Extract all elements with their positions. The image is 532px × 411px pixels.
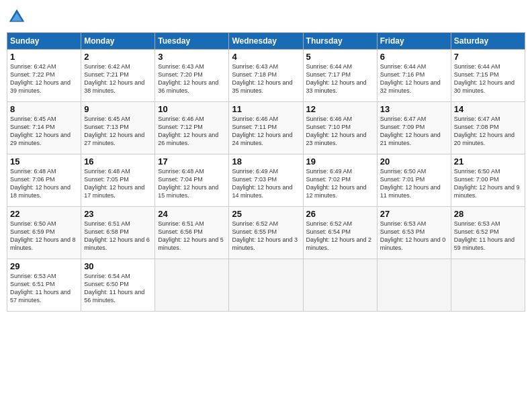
day-number: 21	[454, 156, 522, 167]
day-info: Sunrise: 6:52 AMSunset: 6:54 PMDaylight:…	[306, 220, 374, 253]
day-number: 7	[454, 52, 522, 62]
page-header	[7, 7, 525, 27]
day-info: Sunrise: 6:51 AMSunset: 6:58 PMDaylight:…	[84, 220, 152, 253]
day-info: Sunrise: 6:51 AMSunset: 6:56 PMDaylight:…	[158, 220, 226, 253]
calendar-cell: 18Sunrise: 6:49 AMSunset: 7:03 PMDayligh…	[229, 154, 303, 207]
calendar-cell: 23Sunrise: 6:51 AMSunset: 6:58 PMDayligh…	[81, 207, 155, 259]
calendar-cell: 24Sunrise: 6:51 AMSunset: 6:56 PMDayligh…	[155, 207, 229, 259]
calendar-table: SundayMondayTuesdayWednesdayThursdayFrid…	[7, 32, 525, 312]
calendar-cell: 17Sunrise: 6:48 AMSunset: 7:04 PMDayligh…	[155, 154, 229, 207]
day-number: 25	[232, 209, 300, 219]
day-info: Sunrise: 6:52 AMSunset: 6:55 PMDaylight:…	[232, 220, 300, 253]
day-number: 5	[306, 52, 374, 62]
calendar-cell: 25Sunrise: 6:52 AMSunset: 6:55 PMDayligh…	[229, 207, 303, 259]
day-info: Sunrise: 6:50 AMSunset: 7:01 PMDaylight:…	[380, 167, 448, 200]
day-info: Sunrise: 6:47 AMSunset: 7:09 PMDaylight:…	[380, 115, 448, 148]
day-number: 13	[380, 104, 448, 114]
calendar-cell: 9Sunrise: 6:45 AMSunset: 7:13 PMDaylight…	[81, 102, 155, 154]
calendar-cell: 11Sunrise: 6:46 AMSunset: 7:11 PMDayligh…	[229, 102, 303, 154]
day-number: 2	[84, 52, 152, 62]
day-info: Sunrise: 6:45 AMSunset: 7:13 PMDaylight:…	[84, 115, 152, 148]
day-number: 4	[232, 52, 300, 62]
logo-icon	[7, 7, 27, 27]
day-number: 3	[158, 52, 226, 62]
day-number: 29	[10, 261, 78, 271]
col-header-thursday: Thursday	[303, 33, 377, 50]
day-number: 14	[454, 104, 522, 114]
day-info: Sunrise: 6:48 AMSunset: 7:06 PMDaylight:…	[10, 167, 78, 200]
day-info: Sunrise: 6:43 AMSunset: 7:18 PMDaylight:…	[232, 62, 300, 95]
col-header-friday: Friday	[377, 33, 451, 50]
calendar-cell: 27Sunrise: 6:53 AMSunset: 6:53 PMDayligh…	[377, 207, 451, 259]
day-info: Sunrise: 6:53 AMSunset: 6:51 PMDaylight:…	[10, 272, 78, 305]
col-header-saturday: Saturday	[451, 33, 525, 50]
day-number: 23	[84, 209, 152, 219]
calendar-cell	[229, 259, 303, 312]
calendar-cell: 30Sunrise: 6:54 AMSunset: 6:50 PMDayligh…	[81, 259, 155, 312]
day-number: 19	[306, 156, 374, 167]
day-number: 20	[380, 156, 448, 167]
calendar-cell: 16Sunrise: 6:48 AMSunset: 7:05 PMDayligh…	[81, 154, 155, 207]
day-info: Sunrise: 6:54 AMSunset: 6:50 PMDaylight:…	[84, 272, 152, 305]
day-number: 27	[380, 209, 448, 219]
day-info: Sunrise: 6:50 AMSunset: 6:59 PMDaylight:…	[10, 220, 78, 253]
day-info: Sunrise: 6:53 AMSunset: 6:52 PMDaylight:…	[454, 220, 522, 253]
col-header-sunday: Sunday	[7, 33, 81, 50]
day-number: 9	[84, 104, 152, 114]
day-info: Sunrise: 6:45 AMSunset: 7:14 PMDaylight:…	[10, 115, 78, 148]
calendar-cell: 26Sunrise: 6:52 AMSunset: 6:54 PMDayligh…	[303, 207, 377, 259]
day-info: Sunrise: 6:44 AMSunset: 7:15 PMDaylight:…	[454, 62, 522, 95]
calendar-cell: 12Sunrise: 6:46 AMSunset: 7:10 PMDayligh…	[303, 102, 377, 154]
col-header-monday: Monday	[81, 33, 155, 50]
calendar-cell: 14Sunrise: 6:47 AMSunset: 7:08 PMDayligh…	[451, 102, 525, 154]
day-info: Sunrise: 6:48 AMSunset: 7:04 PMDaylight:…	[158, 167, 226, 200]
day-info: Sunrise: 6:44 AMSunset: 7:16 PMDaylight:…	[380, 62, 448, 95]
calendar-cell: 15Sunrise: 6:48 AMSunset: 7:06 PMDayligh…	[7, 154, 81, 207]
calendar-cell: 4Sunrise: 6:43 AMSunset: 7:18 PMDaylight…	[229, 50, 303, 102]
calendar-week-2: 8Sunrise: 6:45 AMSunset: 7:14 PMDaylight…	[7, 102, 525, 154]
calendar-cell	[303, 259, 377, 312]
calendar-cell: 13Sunrise: 6:47 AMSunset: 7:09 PMDayligh…	[377, 102, 451, 154]
day-number: 1	[10, 52, 78, 62]
day-info: Sunrise: 6:47 AMSunset: 7:08 PMDaylight:…	[454, 115, 522, 148]
day-number: 24	[158, 209, 226, 219]
calendar-cell: 1Sunrise: 6:42 AMSunset: 7:22 PMDaylight…	[7, 50, 81, 102]
calendar-cell	[377, 259, 451, 312]
day-info: Sunrise: 6:42 AMSunset: 7:21 PMDaylight:…	[84, 62, 152, 95]
calendar-cell: 19Sunrise: 6:49 AMSunset: 7:02 PMDayligh…	[303, 154, 377, 207]
day-number: 6	[380, 52, 448, 62]
calendar-cell: 28Sunrise: 6:53 AMSunset: 6:52 PMDayligh…	[451, 207, 525, 259]
day-number: 16	[84, 156, 152, 167]
calendar-cell	[155, 259, 229, 312]
calendar-cell: 5Sunrise: 6:44 AMSunset: 7:17 PMDaylight…	[303, 50, 377, 102]
day-number: 26	[306, 209, 374, 219]
calendar-cell: 2Sunrise: 6:42 AMSunset: 7:21 PMDaylight…	[81, 50, 155, 102]
calendar-week-1: 1Sunrise: 6:42 AMSunset: 7:22 PMDaylight…	[7, 50, 525, 102]
day-number: 8	[10, 104, 78, 114]
calendar-cell: 20Sunrise: 6:50 AMSunset: 7:01 PMDayligh…	[377, 154, 451, 207]
calendar-cell: 8Sunrise: 6:45 AMSunset: 7:14 PMDaylight…	[7, 102, 81, 154]
day-info: Sunrise: 6:50 AMSunset: 7:00 PMDaylight:…	[454, 167, 522, 200]
day-number: 17	[158, 156, 226, 167]
calendar-cell: 22Sunrise: 6:50 AMSunset: 6:59 PMDayligh…	[7, 207, 81, 259]
day-info: Sunrise: 6:48 AMSunset: 7:05 PMDaylight:…	[84, 167, 152, 200]
day-info: Sunrise: 6:46 AMSunset: 7:10 PMDaylight:…	[306, 115, 374, 148]
calendar-cell: 7Sunrise: 6:44 AMSunset: 7:15 PMDaylight…	[451, 50, 525, 102]
day-number: 11	[232, 104, 300, 114]
day-number: 15	[10, 156, 78, 167]
day-number: 30	[84, 261, 152, 271]
col-header-wednesday: Wednesday	[229, 33, 303, 50]
day-info: Sunrise: 6:53 AMSunset: 6:53 PMDaylight:…	[380, 220, 448, 253]
col-header-tuesday: Tuesday	[155, 33, 229, 50]
calendar-week-5: 29Sunrise: 6:53 AMSunset: 6:51 PMDayligh…	[7, 259, 525, 312]
calendar-cell	[451, 259, 525, 312]
day-info: Sunrise: 6:44 AMSunset: 7:17 PMDaylight:…	[306, 62, 374, 95]
calendar-week-3: 15Sunrise: 6:48 AMSunset: 7:06 PMDayligh…	[7, 154, 525, 207]
day-info: Sunrise: 6:46 AMSunset: 7:11 PMDaylight:…	[232, 115, 300, 148]
day-info: Sunrise: 6:49 AMSunset: 7:02 PMDaylight:…	[306, 167, 374, 200]
calendar-cell: 3Sunrise: 6:43 AMSunset: 7:20 PMDaylight…	[155, 50, 229, 102]
calendar-cell: 6Sunrise: 6:44 AMSunset: 7:16 PMDaylight…	[377, 50, 451, 102]
calendar-week-4: 22Sunrise: 6:50 AMSunset: 6:59 PMDayligh…	[7, 207, 525, 259]
logo	[7, 7, 30, 27]
day-info: Sunrise: 6:49 AMSunset: 7:03 PMDaylight:…	[232, 167, 300, 200]
